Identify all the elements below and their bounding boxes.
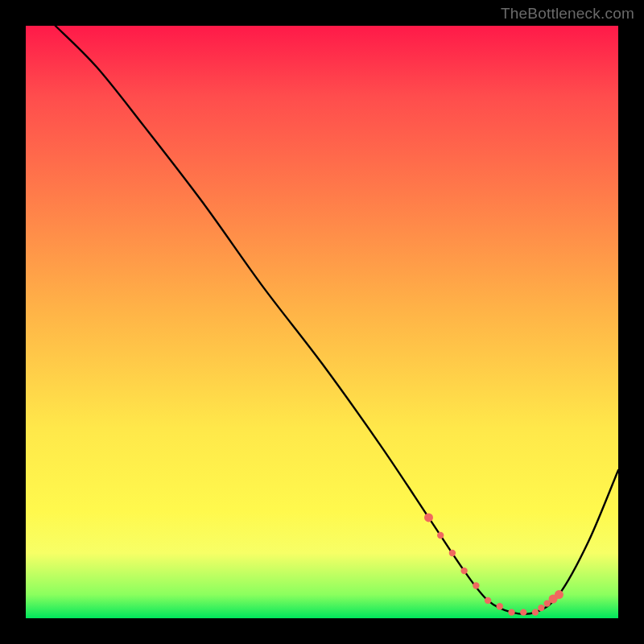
plot-area: [26, 26, 618, 618]
marker-group: [424, 513, 564, 615]
marker-dot: [538, 605, 544, 611]
marker-dot: [497, 603, 503, 609]
marker-dot: [485, 597, 491, 604]
marker-dot: [424, 513, 433, 522]
bottleneck-curve: [26, 26, 618, 618]
chart-frame: TheBottleneck.com: [0, 0, 644, 644]
watermark-text: TheBottleneck.com: [501, 5, 634, 23]
marker-dot: [520, 609, 526, 615]
marker-dot: [437, 532, 444, 539]
marker-dot: [460, 568, 467, 574]
marker-dot: [532, 609, 539, 615]
marker-dot: [473, 582, 479, 588]
curve-path: [56, 26, 618, 614]
marker-dot: [508, 609, 514, 615]
marker-dot: [555, 590, 564, 599]
marker-dot: [449, 550, 456, 556]
